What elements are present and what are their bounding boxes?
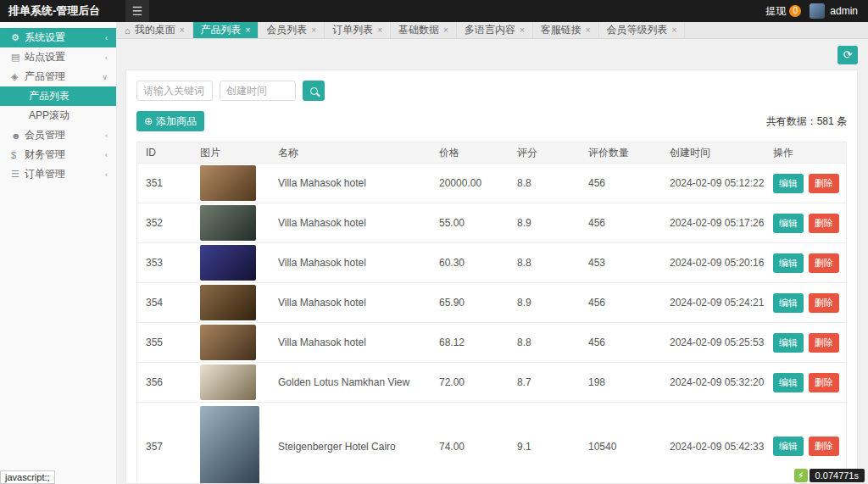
withdraw-menu[interactable]: 提现 0 — [765, 4, 801, 19]
tab[interactable]: ⌂ 多语言内容 × — [457, 22, 533, 38]
cell-created: 2024-02-09 05:32:20 — [661, 375, 765, 390]
sidebar-toggle-button[interactable]: ☰ — [125, 0, 149, 22]
sidebar-item-label: 站点设置 — [25, 50, 65, 64]
tab-label: 会员等级列表 — [607, 23, 668, 37]
tab[interactable]: ⌂ 客服链接 × — [533, 22, 599, 38]
sidebar-item[interactable]: ☰ 订单管理 ‹ — [0, 164, 116, 184]
product-thumbnail — [200, 406, 259, 484]
sidebar-item-label: 系统设置 — [25, 31, 65, 45]
cell-score: 8.8 — [509, 255, 580, 270]
cell-created: 2024-02-09 05:42:33 — [661, 439, 765, 454]
tab-label: 订单列表 — [332, 23, 373, 37]
cell-reviews: 456 — [580, 175, 661, 191]
cell-name: Villa Mahasok hotel — [270, 295, 431, 310]
tab-close-icon[interactable]: × — [586, 25, 591, 35]
sidebar: ⚙ 系统设置 ‹ ▤ 站点设置 ‹ ◈ 产品管理 ∨ 产品列表 APP滚动 ☻ … — [0, 22, 117, 484]
tab-close-icon[interactable]: × — [443, 25, 448, 35]
tab[interactable]: ⌂ 我的桌面 × — [117, 22, 193, 38]
cell-price: 60.30 — [431, 255, 509, 270]
product-thumbnail — [200, 165, 256, 201]
user-menu[interactable]: admin — [810, 3, 858, 19]
cell-price: 68.12 — [431, 335, 509, 350]
tab-label: 会员列表 — [266, 23, 307, 37]
sidebar-item[interactable]: ▤ 站点设置 ‹ — [0, 47, 116, 67]
sidebar-subitem[interactable]: APP滚动 — [0, 106, 116, 125]
cell-image — [192, 203, 270, 242]
sidebar-item-icon: ▤ — [11, 52, 25, 63]
cell-id: 355 — [137, 335, 192, 350]
sidebar-item[interactable]: ⚙ 系统设置 ‹ — [0, 28, 116, 47]
cell-score: 9.1 — [509, 439, 580, 454]
edit-button[interactable]: 编辑 — [773, 174, 804, 193]
edit-button[interactable]: 编辑 — [773, 333, 804, 353]
table-header-cell: 评分 — [509, 144, 580, 162]
tab-close-icon[interactable]: × — [520, 25, 525, 35]
sidebar-item-icon: ☻ — [11, 131, 25, 141]
page-load-time: 0.074771s — [810, 469, 865, 482]
trace-toggle-icon[interactable]: ⚡ — [794, 469, 808, 482]
tab-close-icon[interactable]: × — [377, 25, 382, 35]
edit-button[interactable]: 编辑 — [773, 373, 804, 392]
sidebar-item-label: 订单管理 — [25, 167, 65, 181]
search-button[interactable] — [303, 81, 325, 101]
sidebar-subitem[interactable]: 产品列表 — [0, 86, 116, 106]
table-row: 351 Villa Mahasok hotel 20000.00 8.8 456… — [137, 164, 846, 203]
tab-close-icon[interactable]: × — [672, 25, 677, 35]
tab[interactable]: ⌂ 产品列表 × — [193, 22, 259, 38]
table-row: 357 Steigenberger Hotel Cairo 74.00 9.1 … — [137, 403, 846, 484]
tab-close-icon[interactable]: × — [311, 25, 316, 35]
sidebar-item[interactable]: ☻ 会员管理 ‹ — [0, 125, 116, 145]
tab[interactable]: ⌂ 会员等级列表 × — [599, 22, 686, 38]
delete-button[interactable]: 删除 — [809, 437, 839, 456]
tab-bar: ⌂ 我的桌面 × ⌂ 产品列表 × ⌂ 会员列表 × ⌂ 订单列表 × — [117, 22, 868, 39]
delete-button[interactable]: 删除 — [809, 373, 839, 392]
tab[interactable]: ⌂ 基础数据 × — [391, 22, 457, 38]
cell-image — [192, 243, 270, 282]
table-header-cell: 图片 — [192, 144, 270, 162]
cell-name: Villa Mahasok hotel — [270, 215, 431, 231]
delete-button[interactable]: 删除 — [809, 174, 839, 193]
main-area: ⌂ 我的桌面 × ⌂ 产品列表 × ⌂ 会员列表 × ⌂ 订单列表 × — [117, 22, 868, 484]
edit-button[interactable]: 编辑 — [773, 253, 804, 273]
delete-button[interactable]: 删除 — [809, 293, 839, 313]
delete-button[interactable]: 删除 — [809, 214, 839, 233]
chevron-icon: ‹ — [105, 34, 108, 42]
cell-score: 8.8 — [509, 335, 580, 350]
table-header-cell: 创建时间 — [661, 144, 765, 162]
tab[interactable]: ⌂ 会员列表 × — [259, 22, 325, 38]
created-time-input[interactable] — [220, 81, 296, 101]
table-header-row: ID图片名称价格评分评价数量创建时间操作 — [137, 142, 846, 164]
tab-close-icon[interactable]: × — [246, 25, 251, 35]
cell-actions: 编辑 删除 — [765, 212, 846, 235]
table-row: 354 Villa Mahasok hotel 65.90 8.9 456 20… — [137, 283, 846, 323]
sidebar-item[interactable]: $ 财务管理 ‹ — [0, 145, 116, 164]
withdraw-label: 提现 — [765, 4, 786, 19]
total-count-text: 共有数据：581 条 — [766, 114, 847, 129]
refresh-button[interactable]: ⟳ — [837, 46, 858, 64]
refresh-icon: ⟳ — [843, 48, 853, 61]
delete-button[interactable]: 删除 — [809, 333, 839, 353]
cell-id: 352 — [137, 215, 192, 231]
cell-created: 2024-02-09 05:20:16 — [661, 255, 765, 270]
cell-id: 357 — [137, 439, 192, 454]
cell-image — [192, 404, 270, 484]
product-table: ID图片名称价格评分评价数量创建时间操作 351 Villa Mahasok h… — [136, 142, 847, 484]
edit-button[interactable]: 编辑 — [773, 293, 804, 313]
delete-button[interactable]: 删除 — [809, 253, 839, 273]
table-body: 351 Villa Mahasok hotel 20000.00 8.8 456… — [137, 164, 846, 484]
add-product-label: 添加商品 — [156, 114, 197, 129]
edit-button[interactable]: 编辑 — [773, 437, 804, 456]
tab[interactable]: ⌂ 订单列表 × — [325, 22, 391, 38]
product-thumbnail — [200, 245, 256, 281]
tab-close-icon[interactable]: × — [180, 25, 185, 35]
add-product-button[interactable]: ⊕ 添加商品 — [136, 111, 204, 131]
sidebar-item[interactable]: ◈ 产品管理 ∨ — [0, 67, 116, 86]
content-area: ⟳ ⊕ 添加商品 共有数据：581 条 — [117, 39, 868, 484]
chevron-icon: ‹ — [105, 131, 108, 140]
cell-id: 354 — [137, 295, 192, 310]
cell-id: 351 — [137, 175, 192, 191]
keyword-input[interactable] — [136, 81, 213, 101]
edit-button[interactable]: 编辑 — [773, 214, 804, 233]
browser-status-text: javascript:; — [0, 470, 55, 484]
cell-actions: 编辑 删除 — [765, 331, 846, 354]
